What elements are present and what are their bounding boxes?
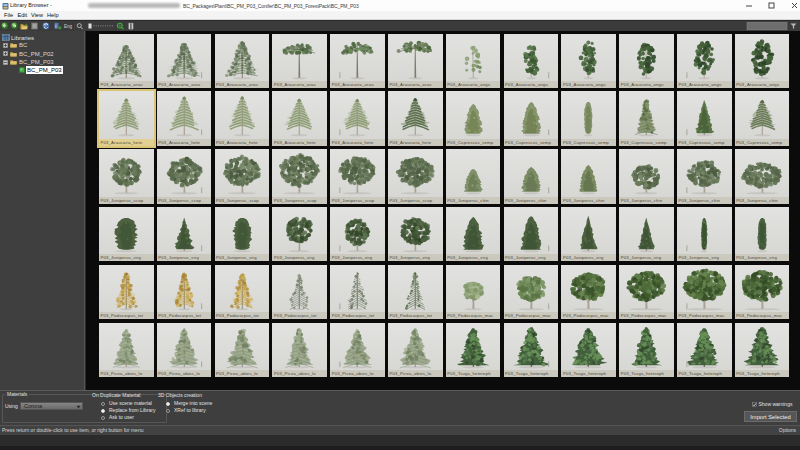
svg-text:Eng: Eng (64, 24, 73, 29)
svg-text:i: i (55, 23, 56, 29)
